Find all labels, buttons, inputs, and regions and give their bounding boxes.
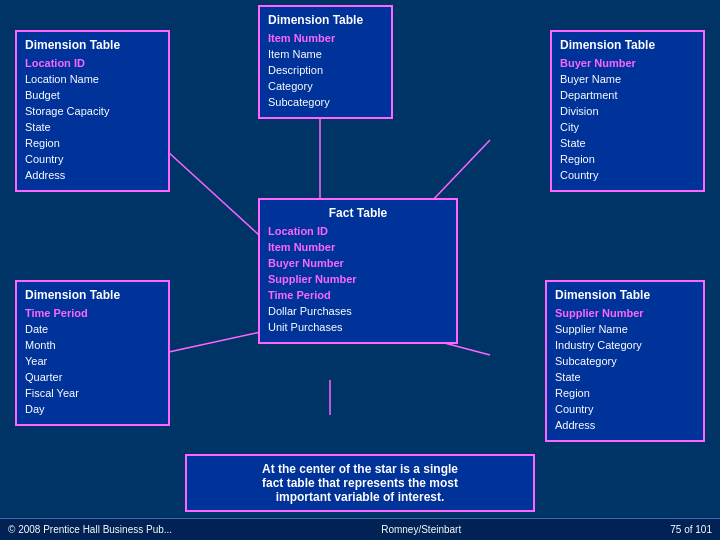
buyer-department-field: Department bbox=[560, 88, 695, 104]
date-field: Date bbox=[25, 322, 160, 338]
storage-capacity-field: Storage Capacity bbox=[25, 104, 160, 120]
buyer-region-field: Region bbox=[560, 152, 695, 168]
buyer-name-field: Buyer Name bbox=[560, 72, 695, 88]
month-field: Month bbox=[25, 338, 160, 354]
location-table-title: Dimension Table bbox=[25, 38, 160, 52]
time-period-field: Time Period bbox=[25, 306, 160, 322]
location-address-field: Address bbox=[25, 168, 160, 184]
footer-page: 75 of 101 bbox=[670, 524, 712, 535]
buyer-country-field: Country bbox=[560, 168, 695, 184]
supplier-table-title: Dimension Table bbox=[555, 288, 695, 302]
location-id-field: Location ID bbox=[25, 56, 160, 72]
fiscal-year-field: Fiscal Year bbox=[25, 386, 160, 402]
item-category-field: Category bbox=[268, 79, 383, 95]
supplier-name-field: Supplier Name bbox=[555, 322, 695, 338]
fact-table: Fact Table Location ID Item Number Buyer… bbox=[258, 198, 458, 344]
footer-right: Romney/Steinbart bbox=[381, 524, 461, 535]
buyer-table-title: Dimension Table bbox=[560, 38, 695, 52]
fact-location-id: Location ID bbox=[268, 224, 448, 240]
time-dimension-table: Dimension Table Time Period Date Month Y… bbox=[15, 280, 170, 426]
supplier-region-field: Region bbox=[555, 386, 695, 402]
bottom-caption: At the center of the star is a single fa… bbox=[185, 454, 535, 512]
fact-unit-purchases: Unit Purchases bbox=[268, 320, 448, 336]
supplier-subcategory-field: Subcategory bbox=[555, 354, 695, 370]
location-dimension-table: Dimension Table Location ID Location Nam… bbox=[15, 30, 170, 192]
caption-line2: fact table that represents the most bbox=[195, 476, 525, 490]
item-dimension-table: Dimension Table Item Number Item Name De… bbox=[258, 5, 393, 119]
svg-line-3 bbox=[155, 330, 270, 355]
location-country-field: Country bbox=[25, 152, 160, 168]
item-number-field: Item Number bbox=[268, 31, 383, 47]
buyer-state-field: State bbox=[560, 136, 695, 152]
caption-line1: At the center of the star is a single bbox=[195, 462, 525, 476]
location-state-field: State bbox=[25, 120, 160, 136]
year-field: Year bbox=[25, 354, 160, 370]
item-table-title: Dimension Table bbox=[268, 13, 383, 27]
buyer-division-field: Division bbox=[560, 104, 695, 120]
supplier-address-field: Address bbox=[555, 418, 695, 434]
item-name-field: Item Name bbox=[268, 47, 383, 63]
buyer-dimension-table: Dimension Table Buyer Number Buyer Name … bbox=[550, 30, 705, 192]
fact-supplier-number: Supplier Number bbox=[268, 272, 448, 288]
supplier-dimension-table: Dimension Table Supplier Number Supplier… bbox=[545, 280, 705, 442]
supplier-country-field: Country bbox=[555, 402, 695, 418]
buyer-city-field: City bbox=[560, 120, 695, 136]
buyer-number-field: Buyer Number bbox=[560, 56, 695, 72]
supplier-state-field: State bbox=[555, 370, 695, 386]
footer-left: © 2008 Prentice Hall Business Pub... bbox=[8, 524, 172, 535]
location-region-field: Region bbox=[25, 136, 160, 152]
item-description-field: Description bbox=[268, 63, 383, 79]
footer: © 2008 Prentice Hall Business Pub... Rom… bbox=[0, 518, 720, 540]
supplier-number-field: Supplier Number bbox=[555, 306, 695, 322]
svg-line-0 bbox=[155, 140, 270, 245]
fact-time-period: Time Period bbox=[268, 288, 448, 304]
industry-category-field: Industry Category bbox=[555, 338, 695, 354]
quarter-field: Quarter bbox=[25, 370, 160, 386]
fact-dollar-purchases: Dollar Purchases bbox=[268, 304, 448, 320]
day-field: Day bbox=[25, 402, 160, 418]
time-table-title: Dimension Table bbox=[25, 288, 160, 302]
budget-field: Budget bbox=[25, 88, 160, 104]
caption-line3: important variable of interest. bbox=[195, 490, 525, 504]
item-subcategory-field: Subcategory bbox=[268, 95, 383, 111]
location-name-field: Location Name bbox=[25, 72, 160, 88]
fact-item-number: Item Number bbox=[268, 240, 448, 256]
fact-table-title: Fact Table bbox=[268, 206, 448, 220]
fact-buyer-number: Buyer Number bbox=[268, 256, 448, 272]
